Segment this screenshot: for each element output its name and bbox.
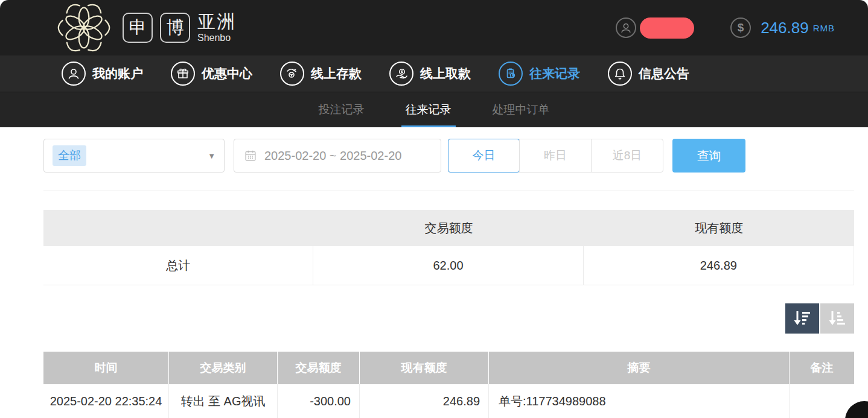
- date-range-value: 2025-02-20 ~ 2025-02-20: [264, 149, 401, 163]
- brand-hanzi-boxes: 申 博: [123, 13, 190, 43]
- col-type: 交易类别: [169, 352, 278, 384]
- records-table-header: 时间 交易类别 交易额度 现有额度 摘要 备注: [43, 352, 854, 384]
- nav-label: 我的账户: [92, 65, 143, 82]
- withdraw-icon: [389, 62, 413, 86]
- col-time: 时间: [43, 352, 169, 384]
- brand-hanzi-2: 博: [160, 13, 190, 43]
- cell-balance: 246.89: [360, 384, 489, 418]
- bell-icon: [608, 62, 632, 86]
- summary-total-transaction: 62.00: [313, 246, 583, 285]
- records-table: 时间 交易类别 交易额度 现有额度 摘要 备注 2025-02-20 22:35…: [43, 352, 854, 418]
- dollar-coin-icon: $: [730, 17, 751, 38]
- content-area: 全部 ▼ 2025-02-20 ~ 2025-02-20 今日 昨日 近8日 查…: [43, 139, 854, 418]
- nav-label: 信息公告: [639, 65, 689, 82]
- brand-region-text: 亚洲: [197, 13, 236, 31]
- sort-ascending-button[interactable]: [820, 303, 854, 334]
- summary-total-balance: 246.89: [584, 246, 854, 285]
- sort-ascending-icon: [828, 309, 847, 328]
- nav-item-promotions[interactable]: 优惠中心: [171, 62, 252, 86]
- summary-col-empty: [43, 210, 314, 246]
- user-icon: [62, 62, 86, 86]
- username-badge[interactable]: [640, 17, 694, 39]
- section-divider: [43, 191, 854, 191]
- cell-amount: -300.00: [278, 384, 360, 418]
- col-summary: 摘要: [489, 352, 790, 384]
- record-subtabs: 投注记录 往来记录 处理中订单: [0, 92, 868, 127]
- summary-total-row: 总计 62.00 246.89: [43, 246, 854, 285]
- summary-table-header: 交易额度 现有额度: [43, 210, 854, 246]
- gift-icon: [171, 62, 195, 86]
- selected-type-chip: 全部: [53, 145, 86, 166]
- table-row: 2025-02-20 22:35:24 转出 至 AG视讯 -300.00 24…: [43, 384, 854, 418]
- chevron-down-icon: ▼: [208, 151, 215, 160]
- main-navigation: 我的账户 优惠中心 线上存款 线上取款 往来记录: [0, 55, 868, 92]
- summary-total-label: 总计: [43, 246, 313, 285]
- brand-hanzi-1: 申: [123, 13, 153, 43]
- brand-logo: 申 博 亚洲 Shenbo: [56, 1, 236, 54]
- brand-region-block: 亚洲 Shenbo: [197, 13, 236, 43]
- summary-col-transaction: 交易额度: [314, 210, 584, 246]
- cell-summary: 单号:117734989088: [489, 384, 790, 418]
- tab-betting-records[interactable]: 投注记录: [314, 92, 369, 127]
- brand-latin-text: Shenbo: [197, 33, 236, 43]
- cell-time: 2025-02-20 22:35:24: [43, 384, 169, 418]
- account-summary: $ 246.89 RMB: [616, 17, 835, 39]
- nav-label: 线上存款: [311, 65, 362, 82]
- col-amount: 交易额度: [278, 352, 360, 384]
- range-today-button[interactable]: 今日: [448, 139, 520, 173]
- transaction-type-select[interactable]: 全部 ▼: [43, 139, 225, 173]
- tab-transaction-records[interactable]: 往来记录: [401, 92, 456, 127]
- calendar-icon: [244, 149, 257, 162]
- sort-descending-button[interactable]: [785, 303, 819, 334]
- search-button[interactable]: 查询: [672, 139, 745, 173]
- quick-range-group: 今日 昨日 近8日: [448, 139, 663, 173]
- deposit-icon: [280, 62, 304, 86]
- tab-processing-orders[interactable]: 处理中订单: [488, 92, 554, 127]
- sort-descending-icon: [793, 309, 812, 328]
- summary-col-balance: 现有额度: [584, 210, 854, 246]
- nav-label: 线上取款: [420, 65, 471, 82]
- filter-bar: 全部 ▼ 2025-02-20 ~ 2025-02-20 今日 昨日 近8日 查…: [43, 139, 854, 173]
- sort-controls: [43, 303, 854, 334]
- lotus-flower-icon: [56, 1, 112, 54]
- records-icon: [499, 62, 523, 86]
- user-avatar-icon: [616, 17, 636, 38]
- range-last8days-button[interactable]: 近8日: [591, 139, 663, 172]
- cell-remark: [790, 384, 854, 418]
- nav-item-transaction-records[interactable]: 往来记录: [499, 62, 580, 86]
- nav-label: 优惠中心: [202, 65, 252, 82]
- nav-label: 往来记录: [529, 65, 580, 82]
- col-balance: 现有额度: [360, 352, 489, 384]
- nav-item-my-account[interactable]: 我的账户: [62, 62, 143, 86]
- summary-table: 交易额度 现有额度 总计 62.00 246.89: [43, 210, 854, 285]
- col-remark: 备注: [790, 352, 854, 384]
- nav-item-announcements[interactable]: 信息公告: [608, 62, 689, 86]
- top-header: 申 博 亚洲 Shenbo $ 246.89 RMB: [0, 0, 868, 55]
- balance-currency: RMB: [813, 23, 835, 33]
- transaction-records-page: 申 博 亚洲 Shenbo $ 246.89 RMB: [0, 0, 868, 418]
- nav-item-online-deposit[interactable]: 线上存款: [280, 62, 362, 86]
- range-yesterday-button[interactable]: 昨日: [519, 139, 591, 172]
- cell-type: 转出 至 AG视讯: [169, 384, 278, 418]
- balance-amount: 246.89: [761, 19, 809, 37]
- nav-item-online-withdrawal[interactable]: 线上取款: [389, 62, 471, 86]
- date-range-input[interactable]: 2025-02-20 ~ 2025-02-20: [234, 139, 441, 173]
